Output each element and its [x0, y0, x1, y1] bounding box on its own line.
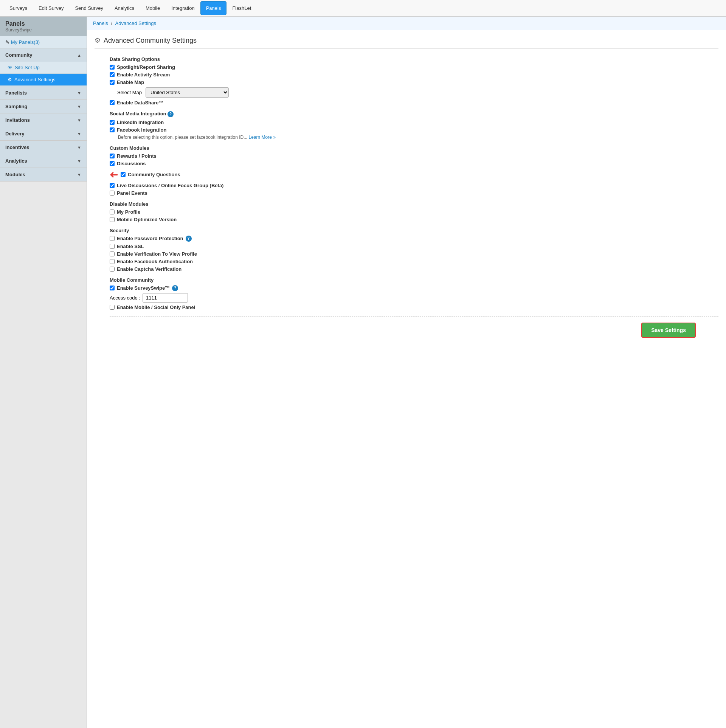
enable-ssl-row: Enable SSL: [110, 244, 718, 249]
panel-events-label[interactable]: Panel Events: [117, 190, 147, 196]
enable-map-label[interactable]: Enable Map: [117, 79, 144, 85]
enable-verification-checkbox[interactable]: [110, 251, 115, 256]
enable-verification-row: Enable Verification To View Profile: [110, 251, 718, 257]
facebook-auth-checkbox[interactable]: [110, 259, 115, 264]
sidebar-section-analytics: Analytics ▼: [0, 154, 87, 168]
sidebar-section-invitations-header[interactable]: Invitations ▼: [0, 113, 87, 127]
spotlight-checkbox[interactable]: [110, 65, 115, 70]
nav-send-survey[interactable]: Send Survey: [69, 1, 109, 15]
live-discussions-checkbox[interactable]: [110, 183, 115, 188]
sidebar-header: Panels SurveySwipe: [0, 17, 87, 36]
linkedin-checkbox[interactable]: [110, 120, 115, 125]
breadcrumb-advanced-settings[interactable]: Advanced Settings: [115, 20, 156, 26]
social-media-section-label: Social Media Integration ?: [110, 111, 718, 117]
rewards-label[interactable]: Rewards / Points: [117, 153, 157, 159]
facebook-checkbox[interactable]: [110, 127, 115, 132]
sidebar-section-modules-header[interactable]: Modules ▼: [0, 168, 87, 181]
breadcrumb-separator: /: [111, 20, 113, 26]
datashare-row: Enable DataShare™: [110, 100, 718, 106]
sidebar-section-sampling: Sampling ▼: [0, 100, 87, 113]
activity-stream-label[interactable]: Enable Activity Stream: [117, 72, 170, 78]
page-title: ⚙ Advanced Community Settings: [95, 36, 718, 49]
modules-arrow-icon: ▼: [77, 172, 81, 177]
my-profile-checkbox[interactable]: [110, 210, 115, 214]
invitations-label: Invitations: [5, 117, 30, 123]
analytics-arrow-icon: ▼: [77, 159, 81, 163]
community-label: Community: [5, 52, 33, 58]
activity-stream-checkbox[interactable]: [110, 72, 115, 77]
activity-stream-row: Enable Activity Stream: [110, 72, 718, 78]
community-questions-checkbox[interactable]: [121, 172, 126, 177]
sidebar-section-delivery-header[interactable]: Delivery ▼: [0, 127, 87, 140]
breadcrumb-panels[interactable]: Panels: [93, 20, 108, 26]
sidebar-section-invitations: Invitations ▼: [0, 113, 87, 127]
facebook-label[interactable]: Facebook Integration: [117, 127, 166, 133]
spotlight-label[interactable]: Spotlight/Report Sharing: [117, 64, 175, 70]
panel-events-checkbox[interactable]: [110, 191, 115, 196]
sidebar-section-analytics-header[interactable]: Analytics ▼: [0, 154, 87, 168]
password-protection-checkbox[interactable]: [110, 236, 115, 241]
save-settings-button[interactable]: Save Settings: [641, 323, 696, 338]
mobile-social-only-checkbox[interactable]: [110, 305, 115, 310]
my-panels-link[interactable]: ✎ My Panels(3): [0, 36, 87, 48]
nav-flashlet[interactable]: FlashLet: [226, 1, 257, 15]
community-questions-label[interactable]: Community Questions: [128, 172, 180, 177]
datashare-label[interactable]: Enable DataShare™: [117, 100, 164, 106]
my-panels-label[interactable]: My Panels(3): [11, 39, 40, 45]
enable-map-row: Enable Map: [110, 79, 718, 85]
mobile-optimized-label[interactable]: Mobile Optimized Version: [117, 217, 177, 222]
enable-verification-label[interactable]: Enable Verification To View Profile: [117, 251, 197, 257]
datashare-checkbox[interactable]: [110, 100, 115, 105]
password-protection-row: Enable Password Protection ?: [110, 236, 718, 242]
linkedin-row: LinkedIn Integration: [110, 120, 718, 125]
edit-icon: ✎: [5, 39, 9, 45]
rewards-checkbox[interactable]: [110, 154, 115, 158]
nav-panels[interactable]: Panels: [200, 1, 227, 15]
red-arrow-icon: ➜: [110, 168, 118, 181]
surveyswipe-checkbox[interactable]: [110, 286, 115, 290]
main-content: Panels / Advanced Settings ⚙ Advanced Co…: [87, 17, 726, 728]
nav-surveys[interactable]: Surveys: [4, 1, 33, 15]
nav-edit-survey[interactable]: Edit Survey: [33, 1, 69, 15]
select-map-dropdown[interactable]: United States World Europe Asia: [146, 87, 229, 98]
discussions-row: Discussions: [110, 161, 718, 166]
enable-ssl-checkbox[interactable]: [110, 244, 115, 249]
discussions-label[interactable]: Discussions: [117, 161, 146, 166]
access-code-input[interactable]: [143, 293, 188, 303]
social-media-help-icon[interactable]: ?: [168, 111, 174, 117]
password-protection-help-icon[interactable]: ?: [186, 236, 192, 242]
captcha-label[interactable]: Enable Captcha Verification: [117, 266, 182, 272]
sidebar-section-incentives-header[interactable]: Incentives ▼: [0, 141, 87, 154]
nav-mobile[interactable]: Mobile: [140, 1, 166, 15]
surveyswipe-label[interactable]: Enable SurveySwipe™: [117, 285, 170, 291]
community-questions-wrapper: ➜ Community Questions: [110, 168, 718, 181]
enable-map-checkbox[interactable]: [110, 80, 115, 85]
sidebar-section-community: Community ▲ 👁 Site Set Up ⚙ Advanced Set…: [0, 48, 87, 86]
learn-more-link[interactable]: Learn More »: [249, 135, 276, 140]
nav-integration[interactable]: Integration: [166, 1, 200, 15]
facebook-auth-label[interactable]: Enable Facebook Authentication: [117, 259, 193, 264]
mobile-social-only-label[interactable]: Enable Mobile / Social Only Panel: [117, 304, 195, 310]
surveyswipe-help-icon[interactable]: ?: [172, 285, 178, 291]
access-code-label: Access code :: [110, 295, 140, 301]
settings-area: Data Sharing Options Spotlight/Report Sh…: [95, 56, 718, 338]
my-profile-label[interactable]: My Profile: [117, 209, 140, 215]
password-protection-label[interactable]: Enable Password Protection: [117, 236, 183, 241]
sidebar-section-sampling-header[interactable]: Sampling ▼: [0, 100, 87, 113]
sidebar-section-panelists-header[interactable]: Panelists ▼: [0, 86, 87, 99]
captcha-checkbox[interactable]: [110, 267, 115, 272]
sidebar-section-community-header[interactable]: Community ▲: [0, 48, 87, 62]
linkedin-label[interactable]: LinkedIn Integration: [117, 120, 164, 125]
sidebar-item-advanced-settings[interactable]: ⚙ Advanced Settings: [0, 74, 87, 86]
nav-analytics[interactable]: Analytics: [109, 1, 140, 15]
sidebar-item-site-set-up[interactable]: 👁 Site Set Up: [0, 62, 87, 74]
incentives-label: Incentives: [5, 144, 29, 150]
live-discussions-label[interactable]: Live Discussions / Online Focus Group (B…: [117, 183, 223, 188]
app-name: Panels: [5, 20, 81, 27]
panelists-arrow-icon: ▼: [77, 91, 81, 95]
panel-events-row: Panel Events: [110, 190, 718, 196]
discussions-checkbox[interactable]: [110, 161, 115, 166]
captcha-row: Enable Captcha Verification: [110, 266, 718, 272]
mobile-optimized-checkbox[interactable]: [110, 217, 115, 222]
enable-ssl-label[interactable]: Enable SSL: [117, 244, 144, 249]
